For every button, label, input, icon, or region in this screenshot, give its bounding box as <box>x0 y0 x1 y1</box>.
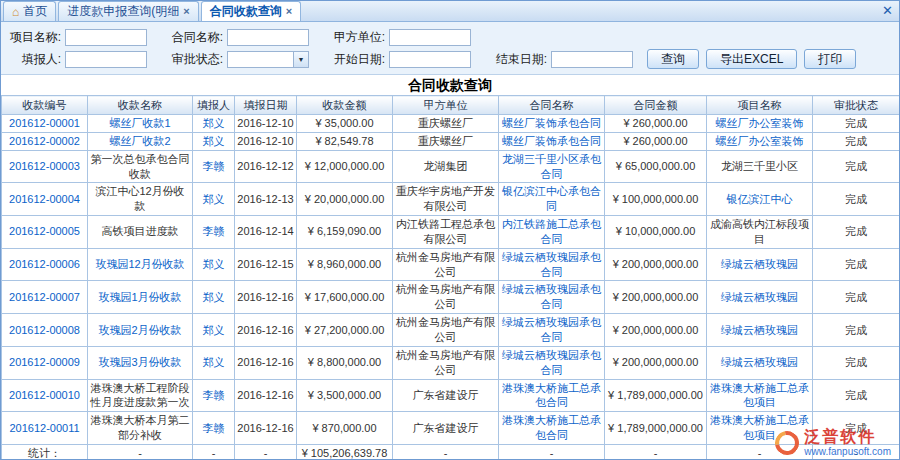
contract-name-link[interactable]: 绿城云栖玫瑰园承包合同 <box>502 251 601 278</box>
cell-client-unit: 杭州金马房地产有限公司 <box>393 281 499 314</box>
cell-reporter: 郑义 <box>193 115 235 133</box>
tab-close-icon[interactable] <box>286 6 292 17</box>
cell-report-date: 2016-12-10 <box>235 132 297 150</box>
reporter-link[interactable]: 李赣 <box>203 160 225 172</box>
column-header-receipt-amount[interactable]: 收款金额 <box>297 96 393 115</box>
project-name-input[interactable] <box>65 29 147 46</box>
reporter-link[interactable]: 郑义 <box>203 324 225 336</box>
contract-name-link[interactable]: 绿城云栖玫瑰园承包合同 <box>502 316 601 343</box>
contract-name-link[interactable]: 螺丝厂装饰承包合同 <box>502 117 601 129</box>
project-name-link[interactable]: 绿城云栖玫瑰园 <box>721 258 798 270</box>
table-row: 201612-00006玫瑰园12月份收款郑义2016-12-15¥ 8,960… <box>2 248 900 281</box>
receipt-id-link[interactable]: 201612-00002 <box>9 135 80 147</box>
approval-status-select[interactable] <box>227 51 309 68</box>
reporter-link[interactable]: 郑义 <box>203 356 225 368</box>
search-button[interactable]: 查询 <box>647 49 699 69</box>
cell-receipt-id: 201612-00009 <box>2 346 88 379</box>
cell-reporter: 李赣 <box>193 216 235 249</box>
end-date-input[interactable] <box>551 51 633 68</box>
start-date-input[interactable] <box>389 51 471 68</box>
column-header-report-date[interactable]: 填报日期 <box>235 96 297 115</box>
contract-name-link[interactable]: 螺丝厂装饰承包合同 <box>502 135 601 147</box>
column-header-receipt-name[interactable]: 收款名称 <box>88 96 193 115</box>
column-header-reporter[interactable]: 填报人 <box>193 96 235 115</box>
contract-name-input[interactable] <box>227 29 309 46</box>
reporter-link[interactable]: 郑义 <box>203 258 225 270</box>
receipt-name-link[interactable]: 玫瑰园2月份收款 <box>98 324 181 336</box>
export-excel-button[interactable]: 导出EXCEL <box>706 49 797 69</box>
column-header-approval-status[interactable]: 审批状态 <box>813 96 900 115</box>
receipt-name-link[interactable]: 螺丝厂收款2 <box>109 135 170 147</box>
receipt-name-link[interactable]: 螺丝厂收款1 <box>109 117 170 129</box>
column-header-project-name[interactable]: 项目名称 <box>707 96 813 115</box>
cell-contract-amount: ¥ 100,000,000.00 <box>605 183 707 216</box>
contract-name-link[interactable]: 绿城云栖玫瑰园承包合同 <box>502 349 601 376</box>
cell-reporter: 郑义 <box>193 281 235 314</box>
receipt-id-link[interactable]: 201612-00010 <box>9 389 80 401</box>
reporter-link[interactable]: 李赣 <box>203 389 225 401</box>
print-button[interactable]: 打印 <box>804 49 856 69</box>
project-name-link[interactable]: 港珠澳大桥施工总承包项目 <box>710 414 809 441</box>
contract-name-link[interactable]: 港珠澳大桥施工总承包合同 <box>502 382 601 409</box>
cell-client-unit: 广东省建设厅 <box>393 412 499 445</box>
cell-contract-amount: ¥ 200,000,000.00 <box>605 248 707 281</box>
tab-progress-payment-query[interactable]: 进度款申报查询(明细 <box>58 1 198 21</box>
column-header-client-unit[interactable]: 甲方单位 <box>393 96 499 115</box>
receipt-id-link[interactable]: 201612-00005 <box>9 225 80 237</box>
reporter-link[interactable]: 李赣 <box>203 225 225 237</box>
receipt-id-link[interactable]: 201612-00004 <box>9 193 80 205</box>
filter-row-2: 填报人: 审批状态: 开始日期: 结束日期: 查询 导出EXCEL 打印 <box>7 48 893 70</box>
project-name-link[interactable]: 绿城云栖玫瑰园 <box>721 356 798 368</box>
cell-contract-name: 螺丝厂装饰承包合同 <box>499 132 605 150</box>
cell-project-name: 绿城云栖玫瑰园 <box>707 248 813 281</box>
receipt-id-link[interactable]: 201612-00001 <box>9 117 80 129</box>
contract-name-link[interactable]: 内江铁路施工总承包合同 <box>502 218 601 245</box>
receipt-name-link[interactable]: 玫瑰园12月份收款 <box>95 258 184 270</box>
table-body: 201612-00001螺丝厂收款1郑义2016-12-10¥ 35,000.0… <box>2 115 900 445</box>
contract-name-link[interactable]: 港珠澳大桥施工总承包合同 <box>502 414 601 441</box>
project-name-link[interactable]: 港珠澳大桥施工总承包项目 <box>710 382 809 409</box>
reporter-link[interactable]: 郑义 <box>203 291 225 303</box>
cell-contract-amount: ¥ 200,000,000.00 <box>605 346 707 379</box>
client-unit-input[interactable] <box>389 29 471 46</box>
receipt-id-link[interactable]: 201612-00003 <box>9 160 80 172</box>
receipt-id-link[interactable]: 201612-00007 <box>9 291 80 303</box>
receipt-id-link[interactable]: 201612-00009 <box>9 356 80 368</box>
cell-reporter: 郑义 <box>193 346 235 379</box>
reporter-link[interactable]: 郑义 <box>203 193 225 205</box>
column-header-contract-name[interactable]: 合同名称 <box>499 96 605 115</box>
cell-approval-status: 完成 <box>813 150 900 183</box>
summary-cell-receipt-id: 统计： <box>2 444 88 460</box>
project-name-link[interactable]: 绿城云栖玫瑰园 <box>721 324 798 336</box>
cell-contract-name: 绿城云栖玫瑰园承包合同 <box>499 314 605 347</box>
tab-close-icon[interactable] <box>183 6 189 17</box>
tab-home[interactable]: 首页 <box>3 1 56 21</box>
reporter-input[interactable] <box>65 51 147 68</box>
start-date-label: 开始日期: <box>331 51 389 68</box>
contract-name-link[interactable]: 绿城云栖玫瑰园承包合同 <box>502 283 601 310</box>
receipt-id-link[interactable]: 201612-00008 <box>9 324 80 336</box>
reporter-link[interactable]: 郑义 <box>203 117 225 129</box>
project-name-link[interactable]: 绿城云栖玫瑰园 <box>721 291 798 303</box>
receipt-name-link[interactable]: 玫瑰园3月份收款 <box>98 356 181 368</box>
reporter-link[interactable]: 李赣 <box>203 422 225 434</box>
contract-name-link[interactable]: 龙湖三千里小区承包合同 <box>502 153 601 180</box>
project-name-link[interactable]: 银亿滨江中心 <box>727 193 793 205</box>
cell-receipt-amount: ¥ 870,000.00 <box>297 412 393 445</box>
contract-name-link[interactable]: 银亿滨江中心承包合同 <box>502 185 601 212</box>
table-row: 201612-00001螺丝厂收款1郑义2016-12-10¥ 35,000.0… <box>2 115 900 133</box>
column-header-contract-amount[interactable]: 合同金额 <box>605 96 707 115</box>
receipt-id-link[interactable]: 201612-00006 <box>9 258 80 270</box>
receipt-id-link[interactable]: 201612-00011 <box>9 422 79 434</box>
receipt-name-link[interactable]: 玫瑰园1月份收款 <box>98 291 181 303</box>
tab-contract-receipt-query[interactable]: 合同收款查询 <box>201 1 301 21</box>
table-row: 201612-00003第一次总包承包合同收款李赣2016-12-12¥ 12,… <box>2 150 900 183</box>
column-header-receipt-id[interactable]: 收款编号 <box>2 96 88 115</box>
project-name-link[interactable]: 螺丝厂办公室装饰 <box>716 135 804 147</box>
project-name-link[interactable]: 螺丝厂办公室装饰 <box>716 117 804 129</box>
project-name-label: 项目名称: <box>7 29 65 46</box>
close-icon[interactable] <box>882 4 893 17</box>
reporter-link[interactable]: 郑义 <box>203 135 225 147</box>
cell-approval-status: 完成 <box>813 412 900 445</box>
cell-report-date: 2016-12-16 <box>235 281 297 314</box>
